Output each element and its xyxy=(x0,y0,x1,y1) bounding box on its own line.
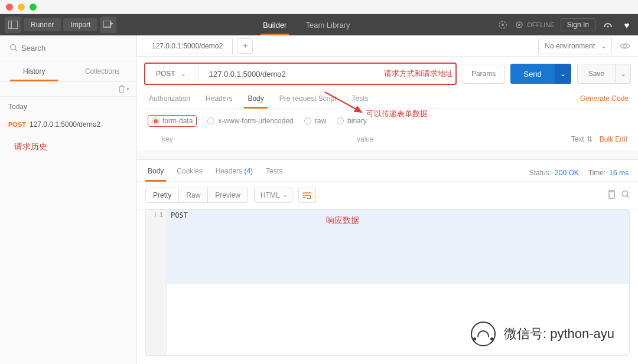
svg-line-11 xyxy=(15,50,18,52)
radio-icon xyxy=(207,117,214,124)
radio-icon xyxy=(152,117,159,124)
time-value: 16 ms xyxy=(609,169,629,177)
body-type-formdata[interactable]: form-data xyxy=(148,115,197,127)
save-button[interactable]: Save xyxy=(577,64,616,84)
titlebar xyxy=(0,0,638,14)
settings-icon[interactable] xyxy=(601,18,614,31)
resp-headers-label: Headers xyxy=(216,167,242,175)
svg-point-8 xyxy=(518,24,520,26)
annotation-request-line: 请求方式和请求地址 xyxy=(384,68,453,79)
svg-point-12 xyxy=(624,44,627,47)
resp-tab-headers[interactable]: Headers (4) xyxy=(214,165,254,181)
resp-headers-count: (4) xyxy=(244,167,253,175)
raw-label: raw xyxy=(315,117,326,125)
radio-icon xyxy=(337,117,344,124)
svg-rect-14 xyxy=(609,192,614,198)
history-tab[interactable]: History xyxy=(0,61,69,81)
generate-code-link[interactable]: Generate Code xyxy=(578,91,631,109)
line-indicator: i xyxy=(154,211,155,218)
body-type-binary[interactable]: binary xyxy=(337,117,367,125)
request-url-bar: POST ⌄ 请求方式和请求地址 xyxy=(144,63,457,85)
send-dropdown[interactable]: ⌄ xyxy=(555,64,571,84)
annotation-history: 请求历史 xyxy=(0,132,136,162)
wrap-lines-icon[interactable] xyxy=(298,188,316,203)
svg-point-6 xyxy=(502,24,504,26)
params-button[interactable]: Params xyxy=(463,64,504,84)
status-label: Status: xyxy=(529,169,551,177)
annotation-response: 响应数据 xyxy=(326,215,359,226)
request-tab[interactable]: 127.0.0.1:5000/demo2 xyxy=(142,38,233,54)
collections-tab[interactable]: Collections xyxy=(69,61,137,81)
top-toolbar: Runner Import Builder Team Library OFFLI… xyxy=(0,14,638,35)
sync-icon[interactable] xyxy=(496,18,509,31)
line-number: 1 xyxy=(160,211,163,218)
resp-tab-tests[interactable]: Tests xyxy=(265,165,284,181)
resp-tab-body[interactable]: Body xyxy=(147,165,165,181)
send-button[interactable]: Send xyxy=(510,64,554,84)
value-type-dropdown[interactable]: Text⇅ xyxy=(571,135,593,143)
new-window-icon[interactable] xyxy=(100,17,116,33)
resp-tab-cookies[interactable]: Cookies xyxy=(175,165,203,181)
view-preview[interactable]: Preview xyxy=(207,188,248,202)
search-response-icon[interactable] xyxy=(621,190,630,201)
team-library-tab[interactable]: Team Library xyxy=(303,14,352,35)
copy-response-icon[interactable] xyxy=(607,190,616,201)
search-icon xyxy=(9,44,18,54)
offline-indicator: OFFLINE xyxy=(515,21,554,29)
tab-tests[interactable]: Tests xyxy=(350,91,369,109)
search-input[interactable] xyxy=(7,41,129,55)
close-window-icon[interactable] xyxy=(6,4,13,11)
svg-rect-2 xyxy=(103,21,110,27)
toggle-sidebar-icon[interactable] xyxy=(5,17,21,33)
save-dropdown[interactable]: ⌄ xyxy=(616,64,631,84)
maximize-window-icon[interactable] xyxy=(30,4,37,11)
kv-value-header: value xyxy=(357,135,571,143)
method-dropdown[interactable]: POST ⌄ xyxy=(148,64,198,83)
formdata-label: form-data xyxy=(162,117,193,125)
status-value: 200 OK xyxy=(555,169,579,177)
minimize-window-icon[interactable] xyxy=(18,4,25,11)
request-panel: POST ⌄ 请求方式和请求地址 Params Send ⌄ Save ⌄ Au xyxy=(137,57,638,151)
import-button[interactable]: Import xyxy=(63,18,97,31)
method-label: POST xyxy=(156,70,175,78)
content-area: 127.0.0.1:5000/demo2 + No environment PO… xyxy=(137,35,638,364)
tab-headers[interactable]: Headers xyxy=(204,91,233,109)
format-select[interactable]: HTML xyxy=(254,188,292,203)
today-section-label: Today xyxy=(0,97,136,117)
clear-history-button[interactable]: ▾ xyxy=(118,85,129,93)
svg-point-10 xyxy=(11,45,16,50)
tab-bar: 127.0.0.1:5000/demo2 + No environment xyxy=(137,35,638,57)
watermark: 微信号: python-ayu xyxy=(471,322,614,346)
sidebar: History Collections ▾ Today POST 127.0.0… xyxy=(0,35,137,364)
environment-preview-icon[interactable] xyxy=(617,38,633,54)
binary-label: binary xyxy=(347,117,367,125)
svg-rect-0 xyxy=(8,21,18,29)
signin-button[interactable]: Sign In xyxy=(561,18,595,31)
history-item[interactable]: POST 127.0.0.1:5000/demo2 xyxy=(0,117,136,132)
body-type-raw[interactable]: raw xyxy=(304,117,326,125)
new-tab-button[interactable]: + xyxy=(237,38,253,54)
runner-button[interactable]: Runner xyxy=(24,18,61,31)
bulk-edit-link[interactable]: Bulk Edit xyxy=(600,135,627,143)
wechat-icon xyxy=(471,322,496,346)
body-type-urlencoded[interactable]: x-www-form-urlencoded xyxy=(207,117,293,125)
tab-prerequest[interactable]: Pre-request Script xyxy=(278,91,338,109)
builder-tab[interactable]: Builder xyxy=(261,14,289,35)
urlencoded-label: x-www-form-urlencoded xyxy=(218,117,293,125)
url-input[interactable] xyxy=(204,70,366,78)
time-label: Time: xyxy=(588,169,606,177)
view-pretty[interactable]: Pretty xyxy=(146,188,178,202)
chevron-down-icon: ⌄ xyxy=(180,70,186,78)
environment-select[interactable]: No environment xyxy=(538,38,612,54)
history-item-method: POST xyxy=(8,121,26,128)
radio-icon xyxy=(304,117,311,124)
tab-authorization[interactable]: Authorization xyxy=(148,91,191,109)
watermark-label: 微信号: python-ayu xyxy=(504,325,614,343)
heart-icon[interactable]: ♥ xyxy=(620,18,633,31)
offline-label: OFFLINE xyxy=(527,21,554,28)
view-raw[interactable]: Raw xyxy=(178,188,207,202)
tab-body[interactable]: Body xyxy=(246,91,265,109)
svg-line-16 xyxy=(627,195,630,198)
svg-point-9 xyxy=(607,26,609,28)
annotation-formdata: 可以传递表单数据 xyxy=(366,109,428,119)
